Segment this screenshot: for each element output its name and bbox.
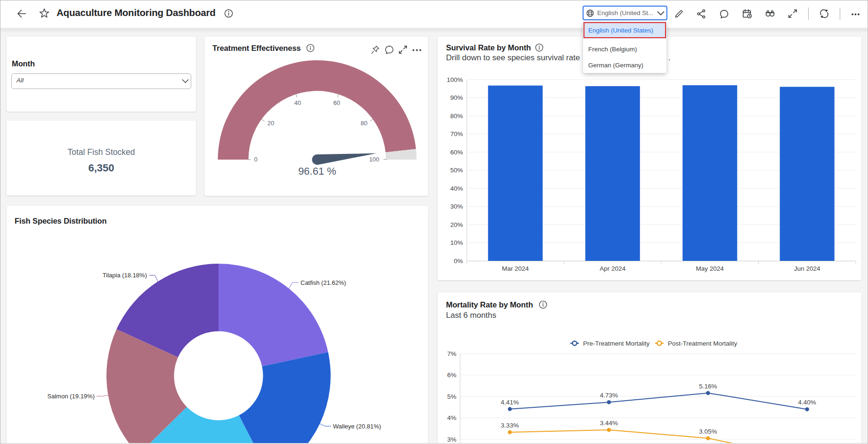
svg-text:5%: 5% — [447, 393, 456, 400]
svg-text:3%: 3% — [447, 436, 456, 443]
svg-text:90%: 90% — [450, 94, 463, 101]
svg-text:100%: 100% — [446, 76, 463, 83]
svg-text:Mar 2024: Mar 2024 — [502, 265, 529, 272]
svg-text:4.73%: 4.73% — [600, 392, 618, 399]
svg-text:3.05%: 3.05% — [699, 428, 717, 435]
svg-text:96.61 %: 96.61 % — [298, 165, 336, 177]
svg-text:40: 40 — [294, 99, 301, 106]
svg-text:100: 100 — [369, 156, 380, 163]
svg-text:Walleye (20.81%): Walleye (20.81%) — [333, 423, 381, 430]
svg-text:20%: 20% — [450, 221, 463, 228]
svg-text:7%: 7% — [447, 350, 456, 357]
svg-text:Tilapia (18.18%): Tilapia (18.18%) — [103, 272, 147, 279]
svg-text:4.41%: 4.41% — [501, 399, 519, 406]
svg-text:Apr 2024: Apr 2024 — [600, 265, 625, 272]
svg-text:Catfish (21.62%): Catfish (21.62%) — [300, 279, 346, 286]
svg-text:Post-Treatment Mortality: Post-Treatment Mortality — [668, 340, 738, 347]
svg-text:30%: 30% — [450, 203, 463, 210]
svg-text:60%: 60% — [450, 149, 463, 156]
svg-text:20: 20 — [268, 120, 274, 127]
svg-text:4%: 4% — [447, 414, 456, 421]
svg-text:80%: 80% — [450, 113, 463, 120]
svg-text:50%: 50% — [450, 167, 463, 174]
svg-text:60: 60 — [333, 99, 340, 106]
svg-text:0: 0 — [254, 156, 257, 163]
svg-text:Pre-Treatment Mortality: Pre-Treatment Mortality — [583, 340, 650, 347]
svg-text:6%: 6% — [447, 371, 456, 379]
svg-text:5.16%: 5.16% — [699, 383, 717, 390]
svg-text:40%: 40% — [450, 185, 463, 192]
svg-text:3.44%: 3.44% — [600, 420, 618, 427]
svg-text:Salmon (19.19%): Salmon (19.19%) — [48, 393, 95, 400]
svg-text:0%: 0% — [454, 258, 463, 265]
svg-text:70%: 70% — [450, 130, 463, 137]
svg-text:May 2024: May 2024 — [696, 265, 724, 272]
svg-text:Jun 2024: Jun 2024 — [794, 265, 820, 272]
svg-text:80: 80 — [361, 120, 367, 127]
svg-text:10%: 10% — [450, 239, 463, 246]
svg-text:4.40%: 4.40% — [798, 399, 816, 406]
svg-text:3.33%: 3.33% — [501, 422, 519, 429]
